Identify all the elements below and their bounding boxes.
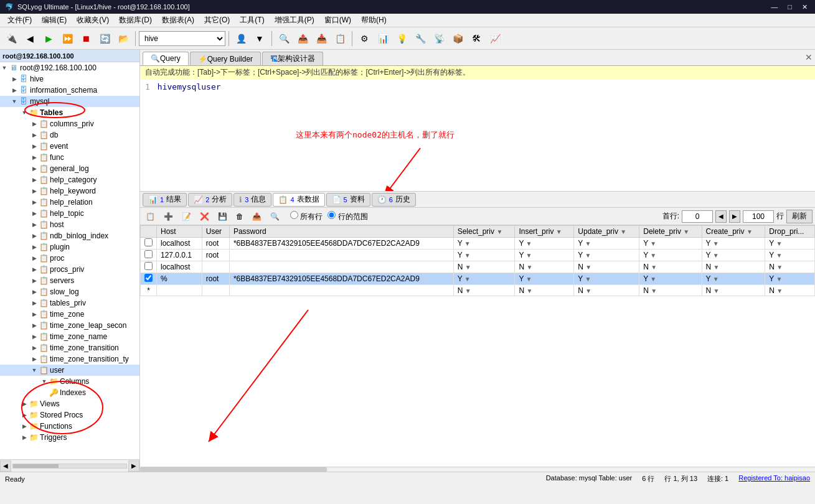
cell-drp-new[interactable]: N ▼ xyxy=(765,285,815,296)
cell-up-4[interactable]: Y ▼ xyxy=(574,273,639,285)
tree-table-tz-trans-ty[interactable]: ▶ 📋 time_zone_transition_ty xyxy=(0,353,139,365)
btn3[interactable]: ▶ xyxy=(40,30,57,47)
btn6[interactable]: 🔄 xyxy=(96,30,113,47)
tree-folder-functions[interactable]: ▶ 📁 Functions xyxy=(0,421,139,432)
tree-folder-columns[interactable]: ▼ 📁 Columns xyxy=(0,376,139,387)
result-tab-1[interactable]: 📊 1 结果 xyxy=(143,193,187,207)
result-tab-2[interactable]: 📈 2 分析 xyxy=(188,193,232,207)
data-table-wrapper[interactable]: Host User Password Select_priv ▼ Insert_… xyxy=(140,225,815,467)
cell-ip-new[interactable]: N ▼ xyxy=(515,285,574,296)
cell-up-3[interactable]: N ▼ xyxy=(574,261,639,273)
cell-sp-new[interactable]: N ▼ xyxy=(453,285,515,296)
menu-edit[interactable]: 编辑(E) xyxy=(37,14,72,27)
row-checkbox-3[interactable] xyxy=(144,262,153,270)
btn5[interactable]: ⏹ xyxy=(77,30,95,47)
cell-user-2[interactable]: root xyxy=(202,250,229,261)
cell-cp-new[interactable]: N ▼ xyxy=(702,285,765,296)
new-connection-btn[interactable]: 🔌 xyxy=(2,30,20,47)
btn14[interactable]: ⚙ xyxy=(356,30,373,47)
tree-item-indexes[interactable]: ▶ 🔑 Indexes xyxy=(0,387,139,398)
btn4[interactable]: ⏩ xyxy=(59,30,76,47)
table-row[interactable]: localhost N ▼ N ▼ N ▼ N ▼ N ▼ N ▼ xyxy=(141,261,815,273)
table-row[interactable]: localhost root *6BB4837EB74329105EE4568D… xyxy=(141,238,815,250)
tree-db-mysql[interactable]: ▼ 🗄 mysql xyxy=(0,96,139,107)
tree-table-help-relation[interactable]: ▶ 📋 help_relation xyxy=(0,197,139,208)
registered-link[interactable]: Registered To: haipisao xyxy=(738,474,810,483)
cell-dp-2[interactable]: Y ▼ xyxy=(639,250,702,261)
tree-table-proc[interactable]: ▶ 📋 proc xyxy=(0,253,139,264)
first-row-input[interactable] xyxy=(682,210,713,223)
btn17[interactable]: 🔧 xyxy=(412,30,429,47)
col-select-priv[interactable]: Select_priv ▼ xyxy=(453,226,515,238)
cell-cp-2[interactable]: Y ▼ xyxy=(702,250,765,261)
radio-range-input[interactable] xyxy=(327,211,336,219)
user-btn[interactable]: 👤 xyxy=(232,30,250,47)
result-btn-1[interactable]: 📋 xyxy=(143,210,158,223)
tree-table-help-topic[interactable]: ▶ 📋 help_topic xyxy=(0,208,139,219)
table-row-new[interactable]: * N ▼ N ▼ N ▼ N ▼ N ▼ N ▼ xyxy=(141,285,815,296)
tree-table-general-log[interactable]: ▶ 📋 general_log xyxy=(0,163,139,174)
next-page-btn[interactable]: ▶ xyxy=(729,210,740,223)
tree-table-procs-priv[interactable]: ▶ 📋 procs_priv xyxy=(0,264,139,275)
btn15[interactable]: 📊 xyxy=(374,30,392,47)
cell-host-3[interactable]: localhost xyxy=(157,261,202,273)
tab-query-builder[interactable]: ⚡ Query Builder xyxy=(190,52,261,65)
btn16[interactable]: 💡 xyxy=(393,30,410,47)
tree-table-tables-priv[interactable]: ▶ 📋 tables_priv xyxy=(0,297,139,309)
cell-sp-3[interactable]: N ▼ xyxy=(453,261,515,273)
cell-user-3[interactable] xyxy=(202,261,229,273)
tree-folder-views[interactable]: ▶ 📁 Views xyxy=(0,398,139,409)
cell-pwd-new[interactable] xyxy=(229,285,453,296)
cell-ip-1[interactable]: Y ▼ xyxy=(515,238,574,250)
col-update-priv[interactable]: Update_priv ▼ xyxy=(574,226,639,238)
tree-table-func[interactable]: ▶ 📋 func xyxy=(0,152,139,163)
cell-sp-4[interactable]: Y ▼ xyxy=(453,273,515,285)
cell-drp-3[interactable]: N ▼ xyxy=(765,261,815,273)
minimize-btn[interactable]: — xyxy=(768,3,780,11)
menu-favorites[interactable]: 收藏夹(V) xyxy=(72,14,114,27)
cell-pwd-2[interactable] xyxy=(229,250,453,261)
cell-drp-4[interactable]: Y ▼ xyxy=(765,273,815,285)
btn18[interactable]: 📡 xyxy=(430,30,448,47)
menu-file[interactable]: 文件(F) xyxy=(2,14,37,27)
cell-drp-2[interactable]: Y ▼ xyxy=(765,250,815,261)
cell-pwd-1[interactable]: *6BB4837EB74329105EE4568DDA7DC67ED2CA2AD… xyxy=(229,238,453,250)
col-insert-priv[interactable]: Insert_priv ▼ xyxy=(515,226,574,238)
result-tab-3[interactable]: ℹ 3 信息 xyxy=(233,193,271,207)
cell-cp-3[interactable]: N ▼ xyxy=(702,261,765,273)
tree-table-user[interactable]: ▼ 📋 user xyxy=(0,365,139,376)
col-delete-priv[interactable]: Delete_priv ▼ xyxy=(639,226,702,238)
query-editor[interactable]: 1 hivemysqluser 这里本来有两个node02的主机名，删了就行 xyxy=(140,80,815,192)
close-btn[interactable]: ✕ xyxy=(799,3,810,11)
btn9[interactable]: ▼ xyxy=(251,30,268,47)
h-scrollbar[interactable] xyxy=(140,467,815,472)
tree-table-tz-name[interactable]: ▶ 📋 time_zone_name xyxy=(0,331,139,342)
tree-folder-triggers[interactable]: ▶ 📁 Triggers xyxy=(0,432,139,443)
btn10[interactable]: 🔍 xyxy=(275,30,293,47)
tree-table-host[interactable]: ▶ 📋 host xyxy=(0,219,139,230)
tree-table-help-keyword[interactable]: ▶ 📋 help_keyword xyxy=(0,185,139,197)
result-btn-6[interactable]: 🗑 xyxy=(233,210,247,223)
menu-enhance[interactable]: 增强工具(P) xyxy=(270,14,319,27)
scroll-right-btn[interactable]: ▶ xyxy=(128,460,139,472)
cell-up-2[interactable]: Y ▼ xyxy=(574,250,639,261)
btn11[interactable]: 📤 xyxy=(294,30,311,47)
table-row[interactable]: % root *6BB4837EB74329105EE4568DDA7DC67E… xyxy=(141,273,815,285)
prev-page-btn[interactable]: ◀ xyxy=(715,210,727,223)
result-btn-4[interactable]: ❌ xyxy=(197,210,212,223)
tab-close-button[interactable]: ✕ xyxy=(805,52,813,62)
col-host[interactable]: Host xyxy=(157,226,202,238)
radio-all-input[interactable] xyxy=(290,211,298,219)
result-btn-7[interactable]: 📤 xyxy=(249,210,265,223)
result-btn-5[interactable]: 💾 xyxy=(215,210,230,223)
tree-table-tz-leap[interactable]: ▶ 📋 time_zone_leap_secon xyxy=(0,320,139,331)
tree-table-ndb[interactable]: ▶ 📋 ndb_binlog_index xyxy=(0,230,139,241)
cell-sp-1[interactable]: Y ▼ xyxy=(453,238,515,250)
radio-all-rows[interactable]: 所有行 xyxy=(290,211,323,222)
btn21[interactable]: 📈 xyxy=(486,30,504,47)
result-tab-5[interactable]: 📄 5 资料 xyxy=(326,193,370,207)
db-selector[interactable]: hive information_schema mysql xyxy=(139,31,225,46)
cell-drp-1[interactable]: Y ▼ xyxy=(765,238,815,250)
radio-range-rows[interactable]: 行的范围 xyxy=(327,211,367,222)
col-user[interactable]: User xyxy=(202,226,229,238)
